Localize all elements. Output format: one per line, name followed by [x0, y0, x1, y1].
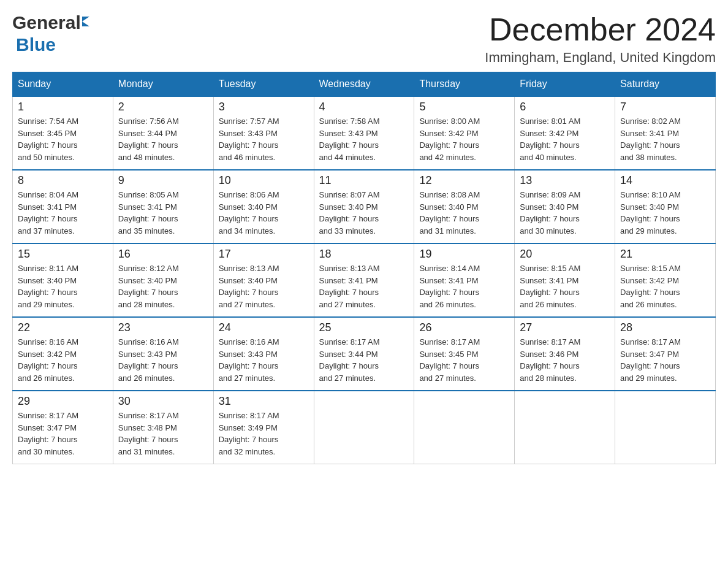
calendar-week-3: 15Sunrise: 8:11 AMSunset: 3:40 PMDayligh…	[13, 243, 716, 317]
day-number: 23	[118, 321, 208, 334]
calendar-cell: 17Sunrise: 8:13 AMSunset: 3:40 PMDayligh…	[213, 243, 314, 317]
calendar-cell: 26Sunrise: 8:17 AMSunset: 3:45 PMDayligh…	[414, 317, 515, 391]
day-number: 14	[620, 174, 710, 187]
day-number: 26	[419, 321, 509, 334]
calendar-cell: 25Sunrise: 8:17 AMSunset: 3:44 PMDayligh…	[314, 317, 414, 391]
day-number: 18	[319, 248, 409, 261]
logo-general-text: General	[12, 12, 81, 33]
page-header: General Blue December 2024 Immingham, En…	[12, 12, 716, 66]
day-info: Sunrise: 7:58 AMSunset: 3:43 PMDaylight:…	[319, 115, 409, 163]
calendar-cell: 2Sunrise: 7:56 AMSunset: 3:44 PMDaylight…	[113, 96, 213, 170]
logo-flag-icon	[82, 17, 89, 26]
day-number: 30	[118, 395, 208, 408]
day-number: 8	[18, 174, 108, 187]
logo: General Blue	[12, 12, 89, 55]
day-number: 5	[419, 101, 509, 113]
day-info: Sunrise: 8:17 AMSunset: 3:48 PMDaylight:…	[118, 410, 208, 458]
day-info: Sunrise: 8:11 AMSunset: 3:40 PMDaylight:…	[18, 262, 108, 310]
day-info: Sunrise: 8:02 AMSunset: 3:41 PMDaylight:…	[620, 115, 710, 163]
calendar-cell: 7Sunrise: 8:02 AMSunset: 3:41 PMDaylight…	[615, 96, 716, 170]
calendar-cell: 1Sunrise: 7:54 AMSunset: 3:45 PMDaylight…	[13, 96, 113, 170]
day-info: Sunrise: 8:14 AMSunset: 3:41 PMDaylight:…	[419, 262, 509, 310]
calendar-cell	[414, 391, 515, 464]
day-number: 4	[319, 101, 409, 113]
day-number: 10	[219, 174, 309, 187]
calendar-cell: 28Sunrise: 8:17 AMSunset: 3:47 PMDayligh…	[615, 317, 716, 391]
day-info: Sunrise: 8:17 AMSunset: 3:44 PMDaylight:…	[319, 336, 409, 384]
day-number: 19	[419, 248, 509, 261]
calendar-cell: 9Sunrise: 8:05 AMSunset: 3:41 PMDaylight…	[113, 170, 213, 243]
calendar-cell: 22Sunrise: 8:16 AMSunset: 3:42 PMDayligh…	[13, 317, 113, 391]
calendar-cell: 30Sunrise: 8:17 AMSunset: 3:48 PMDayligh…	[113, 391, 213, 464]
calendar-cell	[615, 391, 716, 464]
day-number: 13	[520, 174, 610, 187]
calendar-cell: 10Sunrise: 8:06 AMSunset: 3:40 PMDayligh…	[213, 170, 314, 243]
header-saturday: Saturday	[615, 72, 716, 97]
day-info: Sunrise: 8:17 AMSunset: 3:47 PMDaylight:…	[620, 336, 710, 384]
calendar-cell: 31Sunrise: 8:17 AMSunset: 3:49 PMDayligh…	[213, 391, 314, 464]
day-number: 27	[520, 321, 610, 334]
calendar-cell: 27Sunrise: 8:17 AMSunset: 3:46 PMDayligh…	[515, 317, 615, 391]
title-section: December 2024 Immingham, England, United…	[485, 12, 716, 66]
day-number: 24	[219, 321, 309, 334]
day-info: Sunrise: 8:17 AMSunset: 3:46 PMDaylight:…	[520, 336, 610, 384]
calendar-week-4: 22Sunrise: 8:16 AMSunset: 3:42 PMDayligh…	[13, 317, 716, 391]
day-number: 6	[520, 101, 610, 113]
day-number: 16	[118, 248, 208, 261]
header-friday: Friday	[515, 72, 615, 97]
header-monday: Monday	[113, 72, 213, 97]
calendar-cell: 8Sunrise: 8:04 AMSunset: 3:41 PMDaylight…	[13, 170, 113, 243]
month-title: December 2024	[485, 12, 716, 47]
day-info: Sunrise: 8:04 AMSunset: 3:41 PMDaylight:…	[18, 189, 108, 237]
calendar-cell: 23Sunrise: 8:16 AMSunset: 3:43 PMDayligh…	[113, 317, 213, 391]
day-info: Sunrise: 8:12 AMSunset: 3:40 PMDaylight:…	[118, 262, 208, 310]
header-sunday: Sunday	[13, 72, 113, 97]
day-info: Sunrise: 8:06 AMSunset: 3:40 PMDaylight:…	[219, 189, 309, 237]
day-info: Sunrise: 8:09 AMSunset: 3:40 PMDaylight:…	[520, 189, 610, 237]
header-tuesday: Tuesday	[213, 72, 314, 97]
calendar-cell: 21Sunrise: 8:15 AMSunset: 3:42 PMDayligh…	[615, 243, 716, 317]
day-info: Sunrise: 8:15 AMSunset: 3:41 PMDaylight:…	[520, 262, 610, 310]
day-number: 2	[118, 101, 208, 113]
day-number: 20	[520, 248, 610, 261]
day-number: 11	[319, 174, 409, 187]
day-number: 21	[620, 248, 710, 261]
day-info: Sunrise: 8:15 AMSunset: 3:42 PMDaylight:…	[620, 262, 710, 310]
day-info: Sunrise: 8:05 AMSunset: 3:41 PMDaylight:…	[118, 189, 208, 237]
day-info: Sunrise: 8:17 AMSunset: 3:47 PMDaylight:…	[18, 410, 108, 458]
day-info: Sunrise: 8:07 AMSunset: 3:40 PMDaylight:…	[319, 189, 409, 237]
calendar-cell: 18Sunrise: 8:13 AMSunset: 3:41 PMDayligh…	[314, 243, 414, 317]
day-number: 12	[419, 174, 509, 187]
calendar-cell: 16Sunrise: 8:12 AMSunset: 3:40 PMDayligh…	[113, 243, 213, 317]
calendar-week-5: 29Sunrise: 8:17 AMSunset: 3:47 PMDayligh…	[13, 391, 716, 464]
calendar-cell: 3Sunrise: 7:57 AMSunset: 3:43 PMDaylight…	[213, 96, 314, 170]
calendar-cell	[515, 391, 615, 464]
day-number: 17	[219, 248, 309, 261]
day-number: 9	[118, 174, 208, 187]
day-number: 25	[319, 321, 409, 334]
day-info: Sunrise: 8:13 AMSunset: 3:40 PMDaylight:…	[219, 262, 309, 310]
calendar-cell: 14Sunrise: 8:10 AMSunset: 3:40 PMDayligh…	[615, 170, 716, 243]
calendar-cell: 6Sunrise: 8:01 AMSunset: 3:42 PMDaylight…	[515, 96, 615, 170]
day-info: Sunrise: 7:56 AMSunset: 3:44 PMDaylight:…	[118, 115, 208, 163]
day-info: Sunrise: 8:16 AMSunset: 3:42 PMDaylight:…	[18, 336, 108, 384]
calendar-cell: 15Sunrise: 8:11 AMSunset: 3:40 PMDayligh…	[13, 243, 113, 317]
day-info: Sunrise: 8:00 AMSunset: 3:42 PMDaylight:…	[419, 115, 509, 163]
calendar-cell: 12Sunrise: 8:08 AMSunset: 3:40 PMDayligh…	[414, 170, 515, 243]
day-info: Sunrise: 7:57 AMSunset: 3:43 PMDaylight:…	[219, 115, 309, 163]
calendar-cell: 13Sunrise: 8:09 AMSunset: 3:40 PMDayligh…	[515, 170, 615, 243]
calendar-cell: 24Sunrise: 8:16 AMSunset: 3:43 PMDayligh…	[213, 317, 314, 391]
calendar-cell: 29Sunrise: 8:17 AMSunset: 3:47 PMDayligh…	[13, 391, 113, 464]
calendar-cell: 20Sunrise: 8:15 AMSunset: 3:41 PMDayligh…	[515, 243, 615, 317]
calendar-table: Sunday Monday Tuesday Wednesday Thursday…	[12, 72, 716, 464]
day-number: 7	[620, 101, 710, 113]
day-number: 1	[18, 101, 108, 113]
day-info: Sunrise: 8:08 AMSunset: 3:40 PMDaylight:…	[419, 189, 509, 237]
day-info: Sunrise: 8:13 AMSunset: 3:41 PMDaylight:…	[319, 262, 409, 310]
calendar-week-1: 1Sunrise: 7:54 AMSunset: 3:45 PMDaylight…	[13, 96, 716, 170]
calendar-cell: 19Sunrise: 8:14 AMSunset: 3:41 PMDayligh…	[414, 243, 515, 317]
calendar-header-row: Sunday Monday Tuesday Wednesday Thursday…	[13, 72, 716, 97]
calendar-cell: 4Sunrise: 7:58 AMSunset: 3:43 PMDaylight…	[314, 96, 414, 170]
header-wednesday: Wednesday	[314, 72, 414, 97]
day-info: Sunrise: 7:54 AMSunset: 3:45 PMDaylight:…	[18, 115, 108, 163]
